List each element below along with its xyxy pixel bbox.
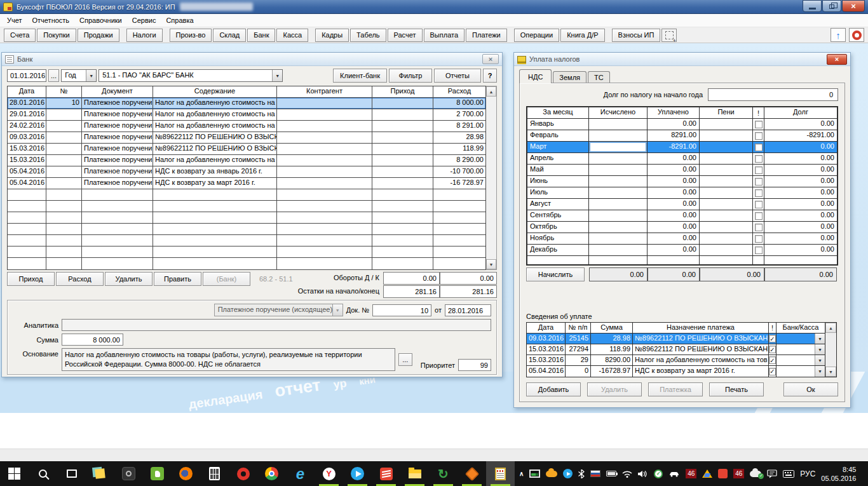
doc-no-field[interactable]: 10 [372,304,431,316]
restore-button[interactable] [822,0,841,12]
scroll-down-icon[interactable]: ▼ [825,367,836,377]
tax-window-titlebar[interactable]: Уплата налогов × [514,53,850,66]
payment-row[interactable]: 15.03.2016 29 8290.00 Налог на добавленн… [527,355,825,366]
month-row[interactable]: Сентябрь 0.00 0.00 [527,210,837,222]
bank-kassa-select[interactable]: ▼ [776,344,825,354]
payment-row[interactable]: 15.03.2016 27294 118.99 №89622112 ПО РЕШ… [527,344,825,355]
col-bank-kassa[interactable]: Банк/Касса [776,323,825,333]
bank-close-button[interactable]: × [482,54,499,64]
bank-kassa-select[interactable]: ▼ [776,334,825,344]
col-rashod[interactable]: Расход [433,86,485,97]
client-bank-button[interactable]: Клиент-банк [333,69,387,83]
cloud-sync-icon[interactable]: ✓ [750,471,761,477]
payment-row[interactable]: 09.03.2016 25145 28.98 №89622112 ПО РЕШЕ… [527,334,825,344]
scroll-up-icon[interactable]: ▲ [825,323,836,333]
month-row[interactable]: Июнь 0.00 0.00 [527,176,837,187]
scroll-down-icon[interactable]: ▼ [486,259,496,269]
delete-button[interactable]: Удалить [105,272,153,286]
tax-close-button[interactable]: × [827,54,847,65]
month-row[interactable]: Май 0.00 0.00 [527,165,837,176]
date-picker-button[interactable]: ... [48,69,59,82]
bank-table-row[interactable]: 09.03.2016 Платежное поручени №89622112 … [8,132,485,144]
google-drive-icon[interactable] [702,469,712,478]
toolbar-accounts-button[interactable]: Счета [4,29,36,42]
toolbar-ip-contributions-button[interactable]: Взносы ИП [612,29,661,42]
bank-window-titlebar[interactable]: Банк × [2,53,502,66]
toolbar-ledger-button[interactable]: Книга Д/Р [560,29,604,42]
task-view-button[interactable] [57,461,86,486]
col-prihod[interactable]: Приход [372,86,433,97]
bank-table-row[interactable]: 15.03.2016 Платежное поручени Налог на д… [8,155,485,166]
col-num[interactable]: № п/п [566,323,591,333]
touch-keyboard-icon[interactable] [783,470,794,478]
reports-button[interactable]: Отчеты [434,69,481,83]
battery-icon[interactable] [606,471,616,476]
doc-date-field[interactable]: 28.01.2016 [445,304,491,316]
add-payment-button[interactable]: Добавить [526,382,581,396]
col-date[interactable]: Дата [527,323,566,333]
taskbar-search-button[interactable] [29,461,57,486]
opera-button[interactable] [229,461,257,486]
evernote-button[interactable] [143,461,172,486]
bank-kassa-select[interactable]: ▼ [776,355,825,365]
col-sum[interactable]: Сумма [591,323,633,333]
month-checkbox[interactable] [755,201,763,208]
help-button[interactable]: ? [483,69,497,83]
payment-checkbox[interactable]: ✓ [769,346,776,353]
account-select[interactable]: 51.1 - ПАО "АК БАРС" БАНК ▼ [98,69,283,82]
col-accrued[interactable]: Исчислено [589,107,648,118]
sync-app-button[interactable]: ↻ [429,461,458,486]
firefox-button[interactable] [172,461,200,486]
month-row[interactable]: Ноябрь 0.00 0.00 [527,233,837,245]
language-flag-icon[interactable] [590,470,600,477]
toolbar-production-button[interactable]: Произ-во [170,29,212,42]
notification-badge[interactable]: 46 [686,469,696,478]
notification-badge[interactable]: 46 [733,469,744,478]
month-row-selected[interactable]: Март -8291.00 0.00 [527,142,837,153]
period-select[interactable]: Год ▼ [61,69,97,82]
bluetooth-icon[interactable] [578,469,585,478]
edit-button[interactable]: Править [154,272,201,286]
basis-more-button[interactable]: ... [398,353,412,366]
buhsoft-taskbar-button[interactable] [486,461,515,486]
bank-table-row[interactable]: 28.01.2016 10 Платежное поручени Налог н… [8,98,485,109]
chrome-button[interactable] [257,461,286,486]
yandex-browser-button[interactable]: Y [315,461,343,486]
update-button[interactable]: ↑ [831,28,846,42]
toolbar-warehouse-button[interactable]: Склад [213,29,246,42]
todoist-tray-icon[interactable] [718,469,728,478]
bank-kassa-select[interactable]: ▼ [776,366,825,377]
col-debt[interactable]: Долг [764,107,837,118]
bank-table-row[interactable]: 05.04.2016 Платежное поручени НДС к возв… [8,178,485,189]
toolbar-taxes-button[interactable]: Налоги [126,29,163,42]
calculator-button[interactable] [200,461,229,486]
tab-ts[interactable]: ТС [588,71,610,83]
support-button[interactable] [849,28,864,42]
car-app-icon[interactable] [668,470,680,477]
debt-start-field[interactable]: 0 [708,88,838,101]
start-button[interactable] [0,461,29,486]
month-row[interactable]: Апрель 0.00 0.00 [527,153,837,165]
month-checkbox[interactable] [755,189,763,197]
toolbar-payout-button[interactable]: Выплата [424,29,465,42]
month-checkbox[interactable] [755,132,763,140]
col-content[interactable]: Содержание [153,86,277,97]
sticky-notes-button[interactable] [86,461,114,486]
month-checkbox[interactable] [755,235,763,243]
prihod-button[interactable]: Приход [7,272,55,286]
month-checkbox[interactable] [755,212,763,220]
date-from-input[interactable]: 01.01.2016 [7,69,46,82]
menu-otchetnost[interactable]: Отчетность [29,15,76,25]
bank-table-row[interactable]: 24.02.2016 Платежное поручени Налог на д… [8,121,485,132]
month-checkbox[interactable] [755,144,763,151]
month-checkbox[interactable] [755,166,763,174]
filter-button[interactable]: Фильтр [389,69,432,83]
month-checkbox[interactable] [755,121,763,128]
telegram-button[interactable] [343,461,372,486]
ok-button[interactable]: Ок [783,382,838,396]
toolbar-customize-button[interactable] [661,29,677,42]
month-row[interactable]: Октябрь 0.00 0.00 [527,222,837,233]
month-row[interactable]: Июль 0.00 0.00 [527,187,837,199]
cloud-storage-icon[interactable] [546,471,557,477]
month-checkbox[interactable] [755,178,763,186]
